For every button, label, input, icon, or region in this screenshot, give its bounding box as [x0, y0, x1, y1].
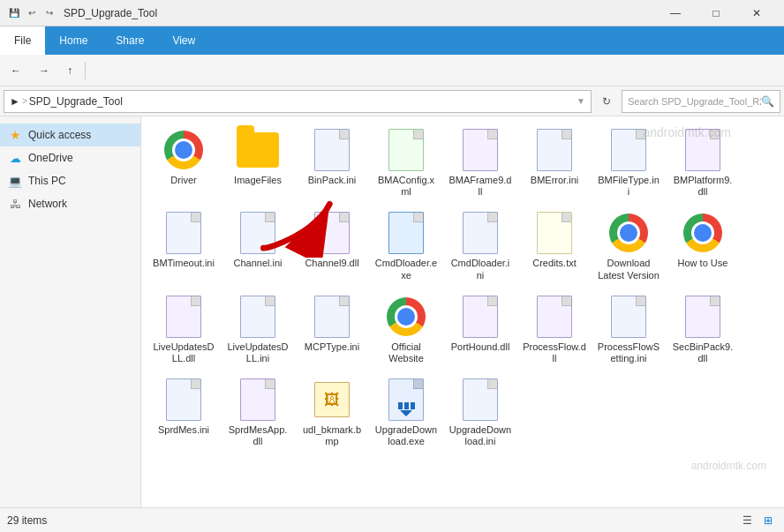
- breadcrumb: ► > SPD_Upgrade_Tool: [10, 95, 123, 108]
- redo-icon: ↪: [42, 6, 57, 20]
- list-item[interactable]: CmdDloader.ini: [445, 206, 516, 286]
- ini-icon: [166, 378, 201, 421]
- file-icon-wrap: [682, 129, 724, 171]
- list-item[interactable]: Channel.ini: [222, 206, 293, 286]
- forward-button[interactable]: →: [32, 58, 57, 83]
- list-item[interactable]: SecBinPack9.dll: [667, 290, 738, 370]
- address-dropdown-icon[interactable]: ▼: [577, 96, 585, 106]
- ribbon-tab-share[interactable]: Share: [102, 26, 158, 55]
- file-grid: Driver ImageFiles BinPack.ini BMAConfig.…: [148, 124, 777, 453]
- file-icon-wrap: [162, 129, 205, 171]
- file-icon-wrap: [162, 212, 205, 254]
- sidebar-item-this-pc[interactable]: 💻 This PC: [0, 169, 140, 192]
- maximize-button[interactable]: □: [696, 0, 736, 26]
- list-item[interactable]: BinPack.ini: [297, 124, 367, 203]
- sidebar-item-network[interactable]: 🖧 Network: [0, 192, 140, 215]
- dll-icon: [685, 296, 720, 338]
- file-name: BMTimeout.ini: [153, 258, 215, 269]
- chrome-icon: [609, 214, 648, 252]
- address-box[interactable]: ► > SPD_Upgrade_Tool ▼: [4, 90, 592, 113]
- back-button[interactable]: ←: [4, 58, 28, 83]
- list-item[interactable]: LiveUpdatesDLL.ini: [222, 290, 293, 370]
- file-icon-wrap: [607, 296, 650, 338]
- file-name: CmdDloader.exe: [374, 258, 438, 281]
- dll-icon: [314, 212, 350, 254]
- file-icon-wrap: [162, 378, 205, 421]
- ini-icon: [314, 129, 350, 171]
- file-icon-wrap: [162, 296, 205, 338]
- list-item[interactable]: Official Website: [371, 290, 441, 370]
- file-icon-wrap: [385, 212, 427, 254]
- ini-icon: [463, 212, 498, 254]
- file-icon-wrap: [385, 378, 427, 421]
- list-item[interactable]: BMFileType.ini: [593, 124, 664, 203]
- bmp-icon: 🖼: [314, 382, 350, 417]
- toolbar: ← → ↑: [0, 55, 784, 86]
- file-name: SprdMes.ini: [158, 424, 209, 436]
- file-icon-wrap: [237, 129, 279, 171]
- file-icon-wrap: [385, 129, 427, 171]
- list-item[interactable]: Download Latest Version: [593, 206, 664, 286]
- file-icon-wrap: [533, 129, 576, 171]
- list-item[interactable]: SprdMes.ini: [148, 373, 219, 453]
- file-name: ProcessFlow.dll: [523, 341, 586, 364]
- sidebar-item-onedrive[interactable]: ☁ OneDrive: [0, 146, 140, 169]
- list-item[interactable]: Credits.txt: [519, 206, 590, 286]
- file-icon-wrap: [459, 378, 501, 421]
- list-item[interactable]: BMPlatform9.dll: [667, 124, 738, 203]
- list-item[interactable]: BMError.ini: [519, 124, 590, 203]
- list-item[interactable]: ProcessFlow.dll: [519, 290, 590, 370]
- file-name: BMPlatform9.dll: [671, 175, 735, 198]
- list-item[interactable]: How to Use: [667, 206, 738, 286]
- folder-icon: [237, 132, 279, 168]
- list-item[interactable]: UpgradeDownload.ini: [445, 373, 516, 453]
- icon-view-button[interactable]: ⊞: [759, 512, 777, 529]
- view-buttons: ☰ ⊞: [738, 512, 777, 529]
- list-item[interactable]: Driver: [148, 124, 219, 203]
- list-item[interactable]: CmdDloader.exe: [371, 206, 441, 286]
- dll-icon: [463, 129, 498, 171]
- file-name: ProcessFlowSetting.ini: [597, 341, 660, 364]
- sidebar: ★ Quick access ☁ OneDrive 💻 This PC 🖧 Ne…: [0, 116, 141, 507]
- window-controls: — □ ✕: [655, 0, 777, 26]
- exe-arrow-icon: [388, 378, 424, 421]
- file-icon-wrap: [237, 296, 279, 338]
- network-icon: 🖧: [7, 196, 23, 212]
- close-button[interactable]: ✕: [736, 0, 777, 26]
- sidebar-network-label: Network: [28, 198, 67, 210]
- list-item[interactable]: LiveUpdatesDLL.dll: [148, 290, 219, 370]
- ribbon-tab-view[interactable]: View: [158, 26, 209, 55]
- list-item[interactable]: BMAFrame9.dll: [445, 124, 516, 203]
- up-button[interactable]: ↑: [60, 58, 79, 83]
- list-item[interactable]: BMTimeout.ini: [148, 206, 219, 286]
- list-item[interactable]: ProcessFlowSetting.ini: [593, 290, 664, 370]
- dll-icon: [685, 129, 720, 171]
- list-item[interactable]: ImageFiles: [222, 124, 293, 203]
- chrome-icon: [387, 297, 426, 336]
- dll-icon: [166, 296, 201, 338]
- list-item[interactable]: 🖼 udl_bkmark.bmp: [297, 373, 367, 453]
- search-placeholder: Search SPD_Upgrade_Tool_R2...: [628, 96, 761, 107]
- details-view-button[interactable]: ☰: [738, 512, 756, 529]
- file-icon-wrap: [459, 296, 501, 338]
- file-name: UpgradeDownload.exe: [374, 424, 438, 447]
- sidebar-item-quick-access[interactable]: ★ Quick access: [0, 124, 140, 146]
- list-item[interactable]: SprdMesApp.dll: [222, 373, 293, 453]
- file-name: Official Website: [374, 341, 438, 364]
- file-name: Download Latest Version: [597, 258, 660, 281]
- undo-icon: ↩: [25, 6, 39, 20]
- list-item[interactable]: Channel9.dll: [297, 206, 367, 286]
- ribbon-tab-file[interactable]: File: [0, 26, 45, 55]
- item-count: 29 items: [7, 514, 47, 527]
- minimize-button[interactable]: —: [655, 0, 696, 26]
- list-item[interactable]: BMAConfig.xml: [371, 124, 441, 203]
- list-item[interactable]: MCPType.ini: [297, 290, 367, 370]
- ribbon-tab-home[interactable]: Home: [45, 26, 102, 55]
- search-box[interactable]: Search SPD_Upgrade_Tool_R2... 🔍: [622, 90, 780, 113]
- search-icon[interactable]: 🔍: [761, 95, 774, 108]
- file-icon-wrap: [237, 378, 279, 421]
- list-item[interactable]: PortHound.dll: [445, 290, 516, 370]
- statusbar: 29 items ☰ ⊞: [0, 507, 784, 532]
- list-item[interactable]: UpgradeDownload.exe: [371, 373, 441, 453]
- refresh-button[interactable]: ↻: [595, 90, 618, 113]
